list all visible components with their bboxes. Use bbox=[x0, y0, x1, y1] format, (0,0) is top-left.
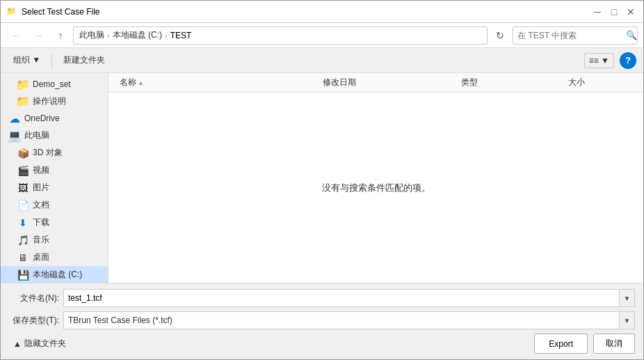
search-box: 🔍 bbox=[513, 26, 638, 45]
video-icon: 🎬 bbox=[17, 165, 29, 176]
filename-input-wrapper: ▼ bbox=[63, 289, 635, 307]
file-list-area: 名称 ▲ 修改日期 类型 大小 没有与搜索条件匹配的项。 bbox=[108, 73, 643, 283]
sidebar-item-desktop[interactable]: 🖥 桌面 bbox=[1, 249, 108, 266]
sidebar: 📁 Demo_set 📁 操作说明 ☁ OneDrive 💻 此电脑 📦 3D … bbox=[1, 73, 108, 283]
sidebar-item-music[interactable]: 🎵 音乐 bbox=[1, 231, 108, 249]
filetype-text: TBrun Test Case Files (*.tcf) bbox=[64, 315, 619, 325]
view-button[interactable]: ≡≡ ▼ bbox=[584, 53, 614, 68]
empty-message: 没有与搜索条件匹配的项。 bbox=[322, 182, 430, 194]
up-icon: ↑ bbox=[58, 30, 63, 41]
toolbar: 组织 ▼ 新建文件夹 ≡≡ ▼ ? bbox=[1, 48, 643, 73]
sidebar-item-label: 视频 bbox=[33, 164, 49, 176]
filename-label: 文件名(N): bbox=[9, 292, 59, 304]
hidden-files-label: 隐藏文件夹 bbox=[24, 338, 66, 350]
column-size[interactable]: 大小 bbox=[563, 77, 638, 88]
breadcrumb-item-pc: 此电脑 bbox=[79, 29, 104, 41]
new-folder-button[interactable]: 新建文件夹 bbox=[58, 52, 111, 69]
back-button[interactable]: ← bbox=[6, 26, 26, 45]
forward-icon: → bbox=[33, 30, 43, 41]
sort-icon: ▲ bbox=[138, 79, 144, 86]
refresh-icon: ↻ bbox=[496, 30, 504, 41]
filetype-label: 保存类型(T): bbox=[9, 315, 59, 327]
title-icon: 📁 bbox=[6, 6, 17, 17]
forward-button[interactable]: → bbox=[29, 26, 48, 45]
filename-dropdown-button[interactable]: ▼ bbox=[619, 290, 634, 306]
sidebar-item-operations[interactable]: 📁 操作说明 bbox=[1, 93, 108, 110]
file-list-header: 名称 ▲ 修改日期 类型 大小 bbox=[108, 73, 643, 93]
column-size-label: 大小 bbox=[568, 77, 585, 88]
filetype-dropdown-button[interactable]: ▼ bbox=[619, 312, 634, 329]
onedrive-icon: ☁ bbox=[9, 113, 20, 124]
sidebar-item-label: Demo_set bbox=[33, 79, 71, 89]
sidebar-item-video[interactable]: 🎬 视频 bbox=[1, 162, 108, 179]
cancel-button[interactable]: 取消 bbox=[593, 334, 635, 354]
sidebar-item-label: 本地磁盘 (C:) bbox=[33, 269, 82, 281]
column-type[interactable]: 类型 bbox=[456, 77, 563, 88]
help-button[interactable]: ? bbox=[620, 52, 636, 69]
folder-icon: 📁 bbox=[17, 96, 29, 107]
export-button[interactable]: Export bbox=[534, 334, 588, 354]
filetype-input-wrapper: TBrun Test Case Files (*.tcf) ▼ bbox=[63, 311, 635, 329]
column-date-label: 修改日期 bbox=[323, 77, 356, 88]
column-type-label: 类型 bbox=[461, 77, 478, 88]
sidebar-item-demo-set[interactable]: 📁 Demo_set bbox=[1, 76, 108, 93]
dialog-window: 📁 Select Test Case File ─ □ ✕ ← → ↑ 此电脑 … bbox=[0, 0, 644, 360]
title-bar-controls: ─ □ ✕ bbox=[590, 5, 638, 19]
sidebar-item-local-disk-c[interactable]: 💾 本地磁盘 (C:) bbox=[1, 266, 108, 283]
filetype-row: 保存类型(T): TBrun Test Case Files (*.tcf) ▼ bbox=[9, 311, 635, 329]
breadcrumb-sep-2: › bbox=[165, 31, 168, 40]
column-name[interactable]: 名称 ▲ bbox=[114, 77, 317, 88]
search-input[interactable] bbox=[513, 31, 626, 40]
action-row: ▲ 隐藏文件夹 Export 取消 bbox=[9, 334, 635, 354]
maximize-button[interactable]: □ bbox=[607, 5, 621, 19]
documents-icon: 📄 bbox=[17, 200, 29, 211]
file-list-body: 没有与搜索条件匹配的项。 bbox=[108, 93, 643, 283]
breadcrumb-item-test: TEST bbox=[170, 31, 192, 40]
folder-icon: 📁 bbox=[17, 79, 29, 90]
breadcrumb-item-disk: 本地磁盘 (C:) bbox=[113, 29, 162, 41]
sidebar-item-this-pc[interactable]: 💻 此电脑 bbox=[1, 127, 108, 144]
sidebar-item-label: 文档 bbox=[33, 199, 49, 211]
dialog-title: Select Test Case File bbox=[22, 7, 100, 17]
up-button[interactable]: ↑ bbox=[51, 26, 70, 45]
filename-row: 文件名(N): ▼ bbox=[9, 289, 635, 307]
refresh-button[interactable]: ↻ bbox=[490, 26, 510, 45]
sidebar-item-label: 下载 bbox=[33, 217, 49, 228]
sidebar-item-label: 3D 对象 bbox=[33, 147, 63, 159]
minimize-button[interactable]: ─ bbox=[590, 5, 604, 19]
sidebar-item-label: 图片 bbox=[33, 182, 49, 194]
3d-objects-icon: 📦 bbox=[17, 148, 29, 159]
sidebar-item-onedrive[interactable]: ☁ OneDrive bbox=[1, 110, 108, 127]
column-date[interactable]: 修改日期 bbox=[317, 77, 456, 88]
toolbar-separator bbox=[51, 54, 52, 68]
sidebar-item-label: OneDrive bbox=[24, 114, 60, 123]
sidebar-item-downloads[interactable]: ⬇ 下载 bbox=[1, 214, 108, 231]
title-bar: 📁 Select Test Case File ─ □ ✕ bbox=[1, 1, 643, 23]
sidebar-item-label: 桌面 bbox=[33, 251, 49, 263]
search-button[interactable]: 🔍 bbox=[626, 26, 637, 45]
computer-icon: 💻 bbox=[9, 130, 20, 141]
filename-input[interactable] bbox=[64, 290, 619, 306]
chevron-up-icon: ▲ bbox=[13, 339, 22, 349]
pictures-icon: 🖼 bbox=[17, 182, 29, 194]
search-icon: 🔍 bbox=[626, 30, 637, 40]
close-button[interactable]: ✕ bbox=[624, 5, 638, 19]
sidebar-item-documents[interactable]: 📄 文档 bbox=[1, 196, 108, 214]
sidebar-item-3d-objects[interactable]: 📦 3D 对象 bbox=[1, 144, 108, 162]
music-icon: 🎵 bbox=[17, 235, 29, 246]
downloads-icon: ⬇ bbox=[17, 217, 29, 228]
disk-icon: 💾 bbox=[17, 269, 29, 281]
sidebar-item-label: 操作说明 bbox=[33, 95, 66, 107]
back-icon: ← bbox=[11, 30, 21, 41]
organize-button[interactable]: 组织 ▼ bbox=[8, 52, 46, 69]
desktop-icon: 🖥 bbox=[17, 252, 29, 263]
bottom-bar: 文件名(N): ▼ 保存类型(T): TBrun Test Case Files… bbox=[1, 283, 643, 359]
hidden-files-button[interactable]: ▲ 隐藏文件夹 bbox=[9, 335, 70, 352]
sidebar-item-label: 此电脑 bbox=[24, 130, 49, 141]
action-buttons: Export 取消 bbox=[534, 334, 635, 354]
sidebar-item-pictures[interactable]: 🖼 图片 bbox=[1, 179, 108, 196]
breadcrumb-sep-1: › bbox=[107, 31, 110, 40]
nav-bar: ← → ↑ 此电脑 › 本地磁盘 (C:) › TEST ↻ 🔍 bbox=[1, 23, 643, 48]
sidebar-item-label: 音乐 bbox=[33, 234, 49, 246]
content-area: 📁 Demo_set 📁 操作说明 ☁ OneDrive 💻 此电脑 📦 3D … bbox=[1, 73, 643, 283]
